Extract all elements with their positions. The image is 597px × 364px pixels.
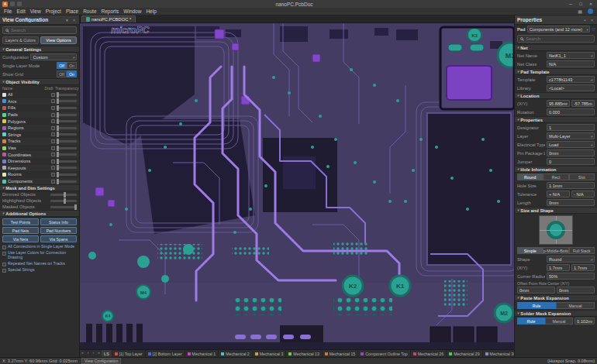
menu-item[interactable]: Route (83, 9, 96, 14)
option-checkbox[interactable] (2, 263, 6, 266)
transparency-slider[interactable] (57, 180, 77, 183)
stack-tmb-button[interactable]: Top-Middle-Bottom (543, 247, 568, 254)
layer-tab[interactable]: Component Outline Top (358, 350, 410, 357)
layer-tab[interactable]: Mechanical 15 (323, 350, 358, 357)
tolerance-plus-input[interactable]: + N/A (547, 191, 570, 197)
size-y-input[interactable]: 1.7mm (571, 264, 595, 271)
additional-option-button[interactable]: Test Points (2, 218, 39, 225)
object-color-swatch[interactable] (2, 180, 6, 184)
section-solder-mask[interactable]: Solder Mask Expansion (515, 310, 597, 317)
section-general-settings[interactable]: General Settings (0, 46, 79, 53)
draft-checkbox[interactable] (51, 160, 55, 163)
transparency-slider[interactable] (57, 133, 77, 136)
shape-select[interactable]: Round (547, 256, 595, 263)
hole-rect-button[interactable]: Rect (543, 173, 568, 180)
draft-checkbox[interactable] (51, 166, 55, 170)
object-visibility-row[interactable]: Strings (0, 132, 79, 139)
layer-sets-button[interactable]: LS (102, 350, 112, 357)
right-search[interactable] (517, 35, 595, 43)
stack-full-button[interactable]: Full Stack (569, 247, 595, 254)
object-visibility-row[interactable]: Fills (0, 105, 79, 112)
transparency-slider[interactable] (57, 100, 77, 102)
object-color-swatch[interactable] (2, 99, 6, 103)
jumper-input[interactable]: 0 (547, 158, 595, 165)
tolerance-minus-input[interactable]: - N/A (571, 191, 595, 197)
scope-select[interactable]: Components (and 12 more) (527, 26, 591, 33)
object-visibility-row[interactable]: Tracks (0, 138, 79, 145)
solder-rule-button[interactable]: Rule (517, 318, 545, 325)
object-color-swatch[interactable] (2, 139, 6, 143)
layer-tab[interactable]: Mechanical 29 (447, 350, 482, 357)
layer-tab[interactable]: Mechanical 13 (286, 350, 322, 357)
draft-checkbox[interactable] (51, 113, 55, 117)
transparency-slider[interactable] (57, 94, 77, 96)
draft-checkbox[interactable] (51, 119, 55, 123)
layer-tab[interactable]: Mechanical 2 (219, 350, 253, 357)
draft-checkbox[interactable] (51, 126, 55, 130)
layer-tab[interactable]: [1] Top Layer (112, 350, 146, 357)
section-object-visibility[interactable]: Object Visibility (0, 78, 79, 85)
object-visibility-row[interactable]: Polygons (0, 118, 79, 125)
draft-checkbox[interactable] (51, 153, 55, 156)
layer-nav-arrow[interactable]: › (91, 350, 96, 357)
mask-dim-slider[interactable] (50, 200, 77, 202)
panel-close-icon[interactable]: × (71, 18, 77, 22)
menu-item[interactable]: Project (46, 9, 61, 14)
draft-checkbox[interactable] (51, 146, 55, 150)
menu-item[interactable]: File (4, 9, 12, 14)
option-checkbox[interactable] (2, 269, 6, 273)
object-color-swatch[interactable] (2, 119, 6, 123)
menu-item[interactable]: Place (66, 9, 78, 14)
net-name-select[interactable]: NetK1_1 (547, 52, 595, 59)
menu-item[interactable]: Help (146, 9, 156, 14)
panel-menu-icon[interactable]: ▾ (64, 18, 70, 22)
object-visibility-row[interactable]: All (0, 91, 79, 98)
additional-option-checkbox-row[interactable]: All Connections in Single Layer Mode (0, 244, 79, 250)
object-color-swatch[interactable] (2, 166, 6, 170)
close-button[interactable]: × (587, 2, 595, 6)
object-visibility-row[interactable]: Pads (0, 112, 79, 118)
object-color-swatch[interactable] (2, 126, 6, 130)
paste-manual-button[interactable]: Manual (556, 302, 595, 309)
user-avatar[interactable] (588, 9, 593, 14)
panel-close-icon[interactable]: × (589, 18, 595, 22)
section-mask-dim[interactable]: Mask and Dim Settings (0, 184, 79, 191)
net-class-field[interactable]: N/A (547, 60, 595, 67)
undo-icon[interactable] (17, 2, 22, 6)
transparency-slider[interactable] (57, 120, 77, 122)
section-location[interactable]: Location (515, 92, 597, 99)
template-select[interactable]: c1778h1143 (547, 76, 595, 83)
section-pad-template[interactable]: Pad Template (515, 68, 597, 75)
layer-nav-arrow[interactable]: « (80, 350, 85, 357)
additional-option-button[interactable]: Pad Numbers (40, 227, 77, 234)
pcb-canvas[interactable]: K2 K1 M4 K4 M2 microPC (80, 23, 514, 349)
object-visibility-row[interactable]: Coordinates (0, 151, 79, 158)
transparency-slider[interactable] (57, 167, 77, 169)
object-color-swatch[interactable] (2, 113, 6, 117)
pcb-board-view[interactable]: K2 K1 M4 K4 M2 microPC (80, 23, 514, 349)
draft-checkbox[interactable] (51, 180, 55, 184)
layer-nav-arrow[interactable]: ‹ (85, 350, 91, 357)
section-net[interactable]: Net (515, 44, 597, 51)
transparency-slider[interactable] (57, 147, 77, 149)
additional-option-button[interactable]: Via Nets (2, 235, 39, 242)
section-additional-options[interactable]: Additional Options (0, 210, 79, 217)
hole-round-button[interactable]: Round (517, 173, 543, 180)
left-search-input[interactable] (11, 28, 74, 33)
object-color-swatch[interactable] (2, 146, 6, 150)
menu-item[interactable]: Window (123, 9, 141, 14)
show-grid-toggle[interactable]: OffOn (57, 70, 77, 77)
electrical-type-select[interactable]: Load (547, 141, 595, 148)
draft-checkbox[interactable] (51, 93, 55, 97)
solder-expansion-input[interactable]: 0.102mm (575, 318, 595, 325)
document-tab[interactable]: nanoPC.PCBDOC * (81, 15, 136, 22)
hole-size-input[interactable]: 1.1mm (547, 182, 595, 189)
additional-option-button[interactable]: Pad Nets (2, 227, 39, 234)
transparency-slider[interactable] (57, 114, 77, 116)
layer-tab[interactable]: Mechanical 30 (483, 350, 514, 357)
additional-option-checkbox-row[interactable]: Repeated Net Names on Tracks (0, 261, 79, 267)
object-visibility-row[interactable]: Regions (0, 125, 79, 132)
additional-option-checkbox-row[interactable]: Special Strings (0, 267, 79, 273)
maximize-button[interactable]: □ (577, 2, 585, 6)
transparency-slider[interactable] (57, 127, 77, 129)
